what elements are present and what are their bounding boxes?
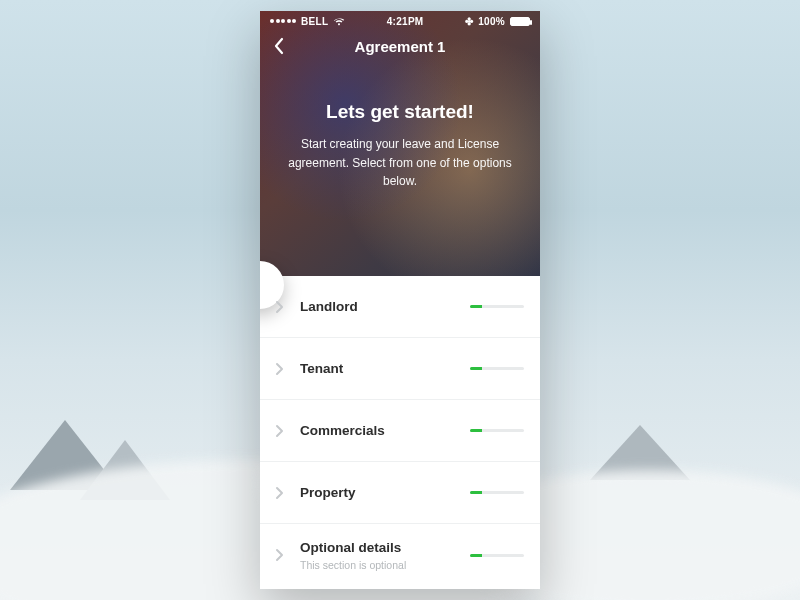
clock-label: 4:21PM: [387, 16, 424, 27]
list-item-label: Optional details: [300, 540, 470, 555]
progress-bar: [470, 491, 524, 494]
list-item-tenant[interactable]: Tenant: [260, 338, 540, 400]
hero-heading: Lets get started!: [286, 101, 514, 123]
nav-bar: Agreement 1: [260, 29, 540, 63]
battery-icon: [510, 17, 530, 26]
signal-dots-icon: [270, 19, 296, 23]
progress-fill: [470, 367, 482, 370]
list-item-landlord[interactable]: Landlord: [260, 276, 540, 338]
progress-bar: [470, 554, 524, 557]
list-item-subtext: This section is optional: [300, 559, 470, 571]
progress-fill: [470, 554, 482, 557]
chevron-right-icon: [272, 548, 286, 562]
battery-percent: 100%: [478, 16, 505, 27]
progress-fill: [470, 491, 482, 494]
progress-fill: [470, 305, 482, 308]
chevron-right-icon: [272, 424, 286, 438]
chevron-left-icon: [270, 36, 290, 56]
chevron-right-icon: [272, 486, 286, 500]
list-item-optional-details[interactable]: Optional details This section is optiona…: [260, 524, 540, 586]
progress-fill: [470, 429, 482, 432]
list-item-label: Landlord: [300, 299, 470, 314]
chevron-right-icon: [272, 362, 286, 376]
wallpaper: BELL 4:21PM ✤ 100% Agreement 1 Lets get …: [0, 0, 800, 600]
section-list: Landlord Tenant Commercials Property: [260, 276, 540, 589]
bluetooth-icon: ✤: [465, 16, 473, 27]
phone-frame: BELL 4:21PM ✤ 100% Agreement 1 Lets get …: [260, 11, 540, 589]
hero-subtext: Start creating your leave and License ag…: [286, 135, 514, 191]
list-item-property[interactable]: Property: [260, 462, 540, 524]
carrier-label: BELL: [301, 16, 328, 27]
list-item-label: Commercials: [300, 423, 470, 438]
progress-bar: [470, 367, 524, 370]
progress-bar: [470, 305, 524, 308]
status-bar: BELL 4:21PM ✤ 100%: [260, 11, 540, 29]
list-item-label: Tenant: [300, 361, 470, 376]
back-button[interactable]: [270, 36, 290, 56]
hero-section: BELL 4:21PM ✤ 100% Agreement 1 Lets get …: [260, 11, 540, 276]
wifi-icon: [333, 17, 345, 26]
progress-bar: [470, 429, 524, 432]
list-item-label: Property: [300, 485, 470, 500]
chevron-right-icon: [272, 300, 286, 314]
page-title: Agreement 1: [355, 38, 446, 55]
list-item-commercials[interactable]: Commercials: [260, 400, 540, 462]
